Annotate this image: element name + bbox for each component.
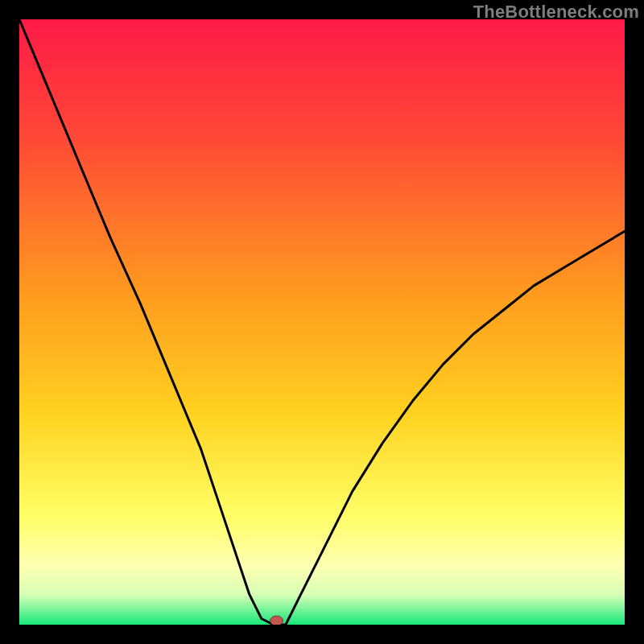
chart-frame: TheBottleneck.com xyxy=(0,0,644,644)
curve-minimum-marker xyxy=(270,616,283,625)
gradient-background xyxy=(19,19,625,625)
chart-svg xyxy=(19,19,625,625)
plot-area xyxy=(19,19,625,625)
